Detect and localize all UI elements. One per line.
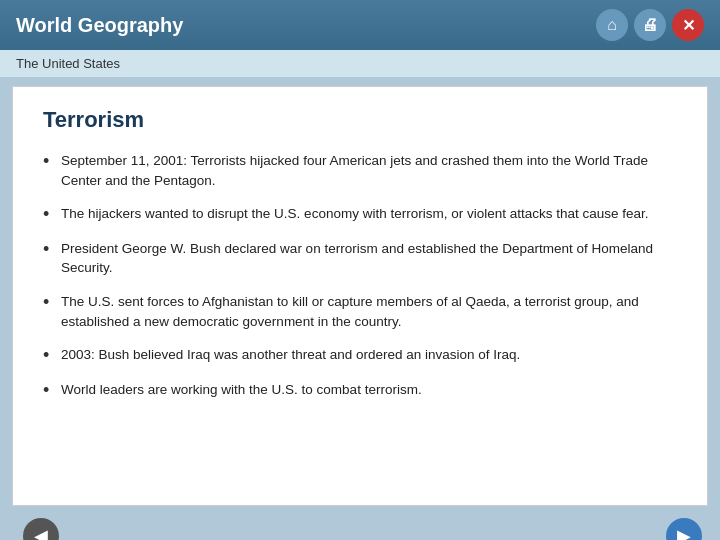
prev-nav-group: ◀ Previous [18, 518, 65, 540]
main-content: Terrorism •September 11, 2001: Terrorist… [12, 86, 708, 506]
bullet-text-3: The U.S. sent forces to Afghanistan to k… [61, 292, 677, 331]
app-header: World Geography ⌂ 🖨 ✕ [0, 0, 720, 50]
bullet-dot-0: • [43, 151, 61, 172]
bullet-text-2: President George W. Bush declared war on… [61, 239, 677, 278]
header-icons: ⌂ 🖨 ✕ [596, 9, 704, 41]
bullet-text-4: 2003: Bush believed Iraq was another thr… [61, 345, 677, 365]
section-title: Terrorism [43, 107, 677, 133]
list-item: •September 11, 2001: Terrorists hijacked… [43, 151, 677, 190]
list-item: •President George W. Bush declared war o… [43, 239, 677, 278]
bullet-dot-3: • [43, 292, 61, 313]
footer: ◀ Previous ▶ Next [0, 514, 720, 540]
bullet-text-0: September 11, 2001: Terrorists hijacked … [61, 151, 677, 190]
subheader: The United States [0, 50, 720, 78]
home-button[interactable]: ⌂ [596, 9, 628, 41]
prev-button[interactable]: ◀ [23, 518, 59, 540]
bullet-dot-2: • [43, 239, 61, 260]
bullet-text-5: World leaders are working with the U.S. … [61, 380, 677, 400]
bullet-dot-4: • [43, 345, 61, 366]
list-item: •World leaders are working with the U.S.… [43, 380, 677, 401]
list-item: •The hijackers wanted to disrupt the U.S… [43, 204, 677, 225]
close-button[interactable]: ✕ [672, 9, 704, 41]
next-button[interactable]: ▶ [666, 518, 702, 540]
next-nav-group: ▶ Next [666, 518, 702, 540]
list-item: •The U.S. sent forces to Afghanistan to … [43, 292, 677, 331]
bullet-dot-1: • [43, 204, 61, 225]
app-title: World Geography [16, 14, 183, 37]
subheader-text: The United States [16, 56, 120, 71]
print-button[interactable]: 🖨 [634, 9, 666, 41]
bullet-dot-5: • [43, 380, 61, 401]
bullet-list: •September 11, 2001: Terrorists hijacked… [43, 151, 677, 401]
bullet-text-1: The hijackers wanted to disrupt the U.S.… [61, 204, 677, 224]
list-item: •2003: Bush believed Iraq was another th… [43, 345, 677, 366]
